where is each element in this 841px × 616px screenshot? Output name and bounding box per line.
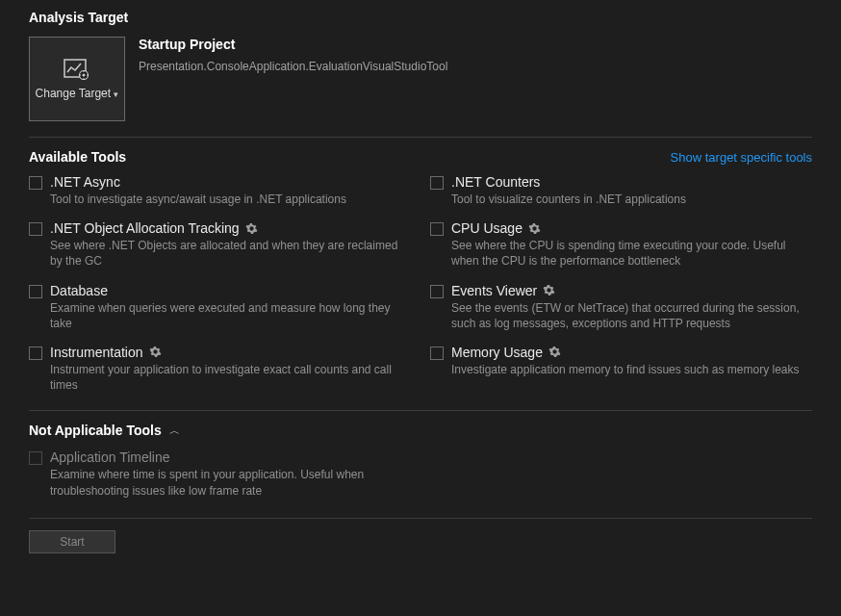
tool-title-text: .NET Counters [451, 174, 540, 190]
target-info: Startup Project Presentation.ConsoleAppl… [139, 37, 447, 121]
tool-item: Events ViewerSee the events (ETW or NetT… [430, 283, 812, 331]
gear-icon[interactable] [548, 346, 561, 358]
divider [29, 518, 812, 519]
tool-checkbox[interactable] [430, 222, 444, 236]
tool-item: .NET AsyncTool to investigate async/awai… [29, 174, 411, 207]
chevron-up-icon: ︿ [169, 424, 180, 438]
available-tools-header: Available Tools Show target specific too… [29, 149, 812, 165]
startup-project-title: Startup Project [139, 37, 447, 52]
bottom-bar: Start [29, 530, 812, 553]
gear-icon[interactable] [149, 346, 162, 358]
tool-content: Application TimelineExamine where time i… [50, 449, 414, 498]
tool-title: Application Timeline [50, 449, 414, 465]
change-target-button[interactable]: Change Target ▾ [29, 37, 125, 121]
tool-title-text: CPU Usage [451, 220, 522, 236]
tool-item: .NET CountersTool to visualize counters … [430, 174, 812, 207]
tool-content: InstrumentationInstrument your applicati… [50, 345, 411, 393]
startup-project-name: Presentation.ConsoleApplication.Evaluati… [139, 60, 447, 73]
tool-content: .NET AsyncTool to investigate async/awai… [50, 174, 411, 207]
tool-title[interactable]: .NET Counters [451, 174, 812, 190]
available-tools-heading: Available Tools [29, 149, 126, 165]
tool-description: Instrument your application to investiga… [50, 362, 411, 393]
analysis-target-section: Change Target ▾ Startup Project Presenta… [29, 37, 812, 121]
change-target-label: Change Target ▾ [36, 87, 119, 100]
tool-title[interactable]: CPU Usage [451, 220, 812, 236]
tool-title-text: Memory Usage [451, 345, 543, 360]
chevron-down-icon: ▾ [114, 90, 118, 99]
gear-icon[interactable] [245, 222, 258, 235]
tool-description: Examine when queries were executed and m… [50, 300, 411, 331]
not-applicable-header[interactable]: Not Applicable Tools ︿ [29, 423, 812, 438]
tool-title[interactable]: Memory Usage [451, 345, 812, 360]
tool-checkbox[interactable] [29, 176, 42, 190]
tool-title-text: Database [50, 283, 108, 298]
tool-content: CPU UsageSee where the CPU is spending t… [451, 220, 812, 269]
tool-title-text: Instrumentation [50, 345, 143, 360]
tool-content: .NET CountersTool to visualize counters … [451, 174, 812, 207]
analysis-target-heading: Analysis Target [29, 10, 812, 25]
tool-title-text: .NET Object Allocation Tracking [50, 220, 240, 236]
tool-description: See where .NET Objects are allocated and… [50, 238, 411, 269]
tool-item: Memory UsageInvestigate application memo… [430, 345, 812, 393]
tool-title-text: Events Viewer [451, 283, 537, 298]
show-target-specific-link[interactable]: Show target specific tools [671, 150, 812, 165]
start-button[interactable]: Start [29, 530, 115, 553]
tool-checkbox[interactable] [29, 285, 42, 298]
tool-checkbox[interactable] [430, 346, 444, 360]
tool-checkbox[interactable] [29, 346, 42, 360]
tool-description: See where the CPU is spending time execu… [451, 238, 812, 269]
tool-checkbox-disabled [29, 451, 42, 465]
tool-description: Tool to investigate async/await usage in… [50, 192, 411, 207]
gear-icon[interactable] [528, 222, 541, 235]
tool-item: DatabaseExamine when queries were execut… [29, 283, 411, 331]
tool-content: .NET Object Allocation TrackingSee where… [50, 220, 411, 269]
not-applicable-list: Application TimelineExamine where time i… [29, 449, 812, 498]
tool-item: CPU UsageSee where the CPU is spending t… [430, 220, 812, 269]
tool-item: InstrumentationInstrument your applicati… [29, 345, 411, 393]
tool-description: Examine where time is spent in your appl… [50, 467, 414, 498]
tool-content: Memory UsageInvestigate application memo… [451, 345, 812, 393]
tool-item: .NET Object Allocation TrackingSee where… [29, 220, 411, 269]
tool-content: Events ViewerSee the events (ETW or NetT… [451, 283, 812, 331]
target-icon [64, 58, 90, 81]
tool-title[interactable]: .NET Object Allocation Tracking [50, 220, 411, 236]
tool-checkbox[interactable] [430, 176, 444, 190]
tool-title-text: .NET Async [50, 174, 120, 190]
gear-icon[interactable] [543, 284, 555, 296]
divider [29, 410, 812, 411]
tool-title[interactable]: Instrumentation [50, 345, 411, 360]
tool-content: DatabaseExamine when queries were execut… [50, 283, 411, 331]
tool-title[interactable]: Database [50, 283, 411, 298]
tool-title[interactable]: .NET Async [50, 174, 411, 190]
available-tools-grid: .NET AsyncTool to investigate async/awai… [29, 174, 812, 393]
na-tool-item: Application TimelineExamine where time i… [29, 449, 414, 498]
divider [29, 137, 812, 138]
svg-point-2 [83, 73, 86, 76]
tool-description: See the events (ETW or NetTrace) that oc… [451, 300, 812, 331]
not-applicable-heading: Not Applicable Tools [29, 423, 162, 438]
tool-description: Investigate application memory to find i… [451, 362, 812, 377]
tool-description: Tool to visualize counters in .NET appli… [451, 192, 812, 207]
tool-checkbox[interactable] [29, 222, 42, 236]
tool-title[interactable]: Events Viewer [451, 283, 812, 298]
tool-checkbox[interactable] [430, 285, 444, 298]
